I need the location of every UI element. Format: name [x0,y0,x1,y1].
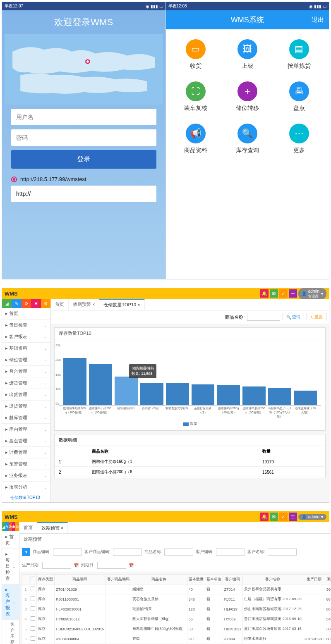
sb-btn-3[interactable]: ⟳ [22,299,31,308]
exit-button[interactable]: 退出 [312,16,324,24]
sidebar-item-客户报表[interactable]: ▸ 客户报表 ⌄ [2,331,50,343]
chevron-down-icon: ⌄ [44,404,47,408]
setting-icon[interactable]: ☰ [289,513,297,521]
sidebar-sub-客户库存[interactable]: 客户库存 [2,620,19,644]
sidebar-item-退货管理[interactable]: ▸ 退货管理 ⌄ [2,401,50,412]
password-input[interactable] [11,129,156,146]
filter-cust-sku[interactable] [113,549,142,556]
bar-7[interactable] [242,386,266,405]
sidebar-item-月台管理[interactable]: ▸ 月台管理 ⌄ [2,366,50,377]
table-row[interactable]: 4库存HY009010012政大军获食精罐（5kg）55箱HY009晋江市池店福… [22,614,331,624]
tab-首页[interactable]: 首页 [51,299,69,310]
bar-2[interactable] [115,377,138,405]
server-url-selected[interactable]: http://218.5.177.99/wmstest [2,173,166,186]
filter-cust-name[interactable] [268,549,297,556]
menu-item-商品资料[interactable]: 📢 商品资料 [170,118,222,160]
filter-exp-date[interactable] [97,562,126,569]
sidebar-item-盘点管理[interactable]: ▸ 盘点管理 ⌄ [2,435,50,447]
sidebar-item-储位管理[interactable]: ▸ 储位管理 ⌄ [2,354,50,366]
notif-icon[interactable]: 🔔 [260,513,269,521]
menu-item-储位转移[interactable]: ＋ 储位转移 [221,76,273,118]
tabs: 首页效期预警 × [19,522,331,534]
search-button[interactable]: 🔍查询 [283,313,304,321]
battery-icon: ▭ [159,4,163,9]
tab-仓储数量TOP10 ×[interactable]: 仓储数量TOP10 × [99,299,144,310]
username-input[interactable] [11,109,156,125]
sidebar-item-业务报表[interactable]: ▸ 业务报表 ⌄ [2,470,50,482]
row-checkbox[interactable] [31,636,35,641]
sidebar-item-越库管理[interactable]: ▸ 越库管理 ⌄ [2,412,50,424]
mail-icon[interactable]: ✉ [270,289,278,298]
table-row[interactable]: 1库存ZT01401029鳗鲡堡40箱ZT014泉州智泰食品贸易有限360 [22,584,331,594]
sb-btn-2[interactable]: ✎ [12,299,21,308]
sb-btn-1[interactable]: ◢ [2,299,12,308]
sidebar-item-首页[interactable]: ▸ 首页 [2,531,19,549]
sidebar-item-库内管理[interactable]: ▸ 库内管理 ⌄ [2,424,50,435]
filter-name[interactable] [164,549,193,556]
chevron-down-icon: ⌄ [44,474,47,478]
sidebar-item-每日检查[interactable]: ▸ 每日检查 ⌄ [2,320,50,331]
table-row[interactable]: 2库存RJ011030001安芯食族文旦柚546箱RJ011仁建（福建）商贸有限… [22,594,331,604]
bar-3[interactable] [140,383,163,405]
menu-item-按单拣货[interactable]: ▤ 按单拣货 [273,33,325,76]
sidebar-item-预警管理[interactable]: ▸ 预警管理 ⌄ [2,458,50,470]
table-row[interactable]: 2图谱佳牛小排200g（616561 [55,467,324,477]
user-pill[interactable]: 👤 admin管理员 ▾ [298,288,326,299]
sidebar-item-客户报表[interactable]: ▸ 客户报表 ⌄ [2,584,19,620]
filter-cust-code[interactable] [216,549,245,556]
sidebar-item-计费管理[interactable]: ▸ 计费管理 ⌄ [2,447,50,458]
login-button[interactable]: 登录 [11,150,156,169]
bar-8[interactable] [268,388,291,405]
row-checkbox[interactable] [31,626,35,631]
sidebar-item-每日检查[interactable]: ▸ 每日检查 ⌄ [2,549,19,584]
sb-btn-4[interactable]: ✱ [31,299,41,308]
bar-1[interactable] [89,364,112,405]
menu-item-装车复核[interactable]: ⛶ 装车复核 [170,76,222,118]
sidebar-sub-top10[interactable]: 仓储数量TOP10 [2,493,50,502]
sidebar-item-基础资料[interactable]: ▸ 基础资料 ⌄ [2,343,50,354]
chevron-down-icon: ⌄ [44,358,47,362]
detail-table: 数据明细 商品名称数量1图谱佳牛肋条160g（1191792图谱佳牛小排200g… [54,434,326,478]
mail-icon[interactable]: ✉ [270,513,278,521]
filter-prod-date[interactable] [42,562,71,569]
tab-效期预警 ×[interactable]: 效期预警 × [37,522,68,533]
bar-9[interactable] [294,391,317,405]
row-checkbox[interactable] [31,606,35,611]
filter-sku[interactable] [53,549,82,556]
tab-效期预警 ×[interactable]: 效期预警 × [69,299,99,310]
task-icon[interactable]: ✓ [279,513,288,521]
menu-item-上架[interactable]: 🖼 上架 [221,33,273,76]
sidebar-item-出货管理[interactable]: ▸ 出货管理 ⌄ [2,389,50,401]
menu-icon: ▸ [5,551,8,556]
search-input[interactable] [247,314,280,321]
row-checkbox[interactable] [31,616,35,621]
row-checkbox[interactable] [31,587,35,591]
table-row[interactable]: 1图谱佳牛肋条160g（119179 [55,457,324,467]
menu-item-更多[interactable]: ⋯ 更多 [273,118,325,160]
bar-0[interactable] [63,358,86,405]
collapse-toggle[interactable]: ▾ [22,548,30,556]
setting-icon[interactable]: ☰ [289,289,297,298]
menu-item-收货[interactable]: ▭ 收货 [170,33,222,76]
user-pill[interactable]: 👤 admin ▾ [298,514,326,520]
table-row[interactable]: 5库存HBMC02104002 001 002015东凯海国味牛解(500g*4… [22,624,331,634]
radio-selected-icon[interactable] [11,177,17,182]
reset-button[interactable]: ↻重置 [307,313,326,321]
sidebar-item-进货管理[interactable]: ▸ 进货管理 ⌄ [2,377,50,389]
sidebar-item-首页[interactable]: ▸ 首页 [2,308,50,320]
bar-4[interactable] [166,383,189,405]
sidebar-item-报表分析[interactable]: ▸ 报表分析 ⌄ [2,482,50,493]
bar-6[interactable] [217,385,240,405]
table-row[interactable]: 6库存AY034030004香梨911箱AY034阿友水果商行2018-01-3… [22,634,331,644]
notif-icon[interactable]: 🔔 [260,289,269,298]
row-checkbox[interactable] [31,596,35,601]
task-icon[interactable]: ✓ [279,289,288,298]
bar-5[interactable] [192,384,215,405]
menu-item-盘点[interactable]: 🖶 盘点 [273,76,325,118]
tab-首页[interactable]: 首页 [19,522,37,533]
menu-item-库存查询[interactable]: 🔍 库存查询 [221,118,273,160]
dock-icon: ▸ [5,369,8,374]
table-row[interactable]: 3库存HLF029030001取摄帧/情果128箱HLF029佛山市南海区桂城疏… [22,604,331,614]
sb-btn-5[interactable]: ⚙ [41,299,50,308]
server-url-alt-input[interactable] [11,186,156,202]
